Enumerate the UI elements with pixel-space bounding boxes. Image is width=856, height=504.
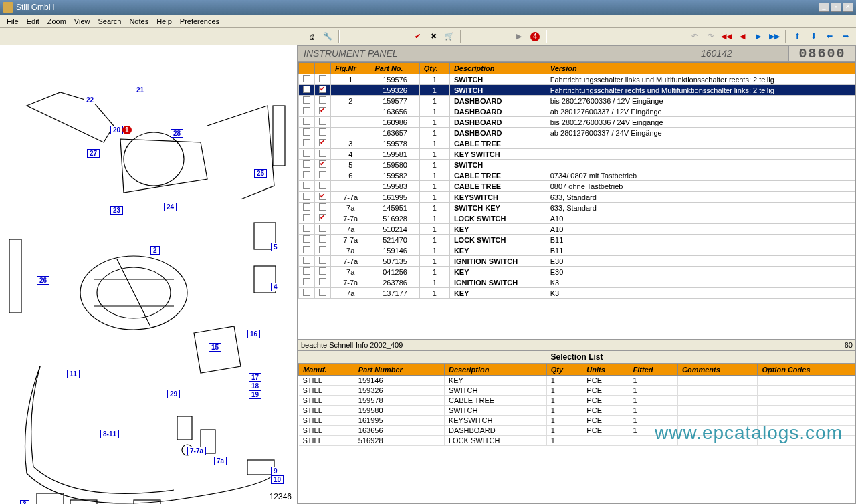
row-checkbox[interactable] bbox=[303, 246, 310, 253]
callout-4[interactable]: 4 bbox=[271, 283, 280, 291]
parts-row[interactable]: 11595761SWITCHFahrtrichtungsschalter lin… bbox=[299, 74, 855, 85]
parts-row[interactable]: 61595821CABLE TREE0734/ 0807 mit Tastbet… bbox=[299, 170, 855, 181]
menu-zoom[interactable]: Zoom bbox=[43, 16, 70, 27]
parts-row[interactable]: 1609861DASHBOARDbis 280127600336 / 24V E… bbox=[299, 117, 855, 128]
row-select-checkbox[interactable] bbox=[319, 193, 326, 200]
parts-row[interactable]: 7a1591461KEYB11 bbox=[299, 245, 855, 256]
parts-col-2[interactable]: Fig.Nr bbox=[331, 63, 370, 74]
tool-icon[interactable]: 🔧 bbox=[320, 29, 335, 44]
sel-row[interactable]: STILL159326SWITCH1PCE1 bbox=[299, 386, 855, 396]
callout-7-7a[interactable]: 7-7a bbox=[187, 447, 206, 455]
up-icon[interactable]: ⬆ bbox=[790, 29, 805, 44]
sel-col-5[interactable]: Fitted bbox=[629, 364, 677, 376]
sel-row[interactable]: STILL516928LOCK SWITCH1 bbox=[299, 436, 855, 446]
right-icon[interactable]: ➡ bbox=[838, 29, 853, 44]
callout-8-11[interactable]: 8-11 bbox=[100, 430, 119, 438]
parts-row[interactable]: 7a0412561KEYE30 bbox=[299, 267, 855, 277]
row-checkbox[interactable] bbox=[303, 118, 310, 125]
parts-row[interactable]: 41595811KEY SWITCH bbox=[299, 149, 855, 160]
row-select-checkbox[interactable] bbox=[319, 139, 326, 146]
row-checkbox[interactable] bbox=[303, 182, 310, 189]
menu-preferences[interactable]: Preferences bbox=[176, 16, 223, 27]
callout-7a[interactable]: 7a bbox=[214, 457, 227, 465]
menu-help[interactable]: Help bbox=[152, 16, 176, 27]
parts-row[interactable]: 7-7a5169281LOCK SWITCHA10 bbox=[299, 213, 855, 224]
row-checkbox[interactable] bbox=[303, 289, 310, 296]
callout-23[interactable]: 23 bbox=[110, 206, 123, 215]
print-icon[interactable]: 🖨 bbox=[304, 29, 319, 44]
row-checkbox[interactable] bbox=[303, 150, 310, 157]
callout-10[interactable]: 10 bbox=[271, 475, 284, 484]
sel-col-3[interactable]: Qty bbox=[546, 364, 582, 376]
check-red-icon[interactable]: ✔ bbox=[410, 29, 425, 44]
row-checkbox[interactable] bbox=[303, 128, 310, 136]
row-checkbox[interactable] bbox=[303, 96, 310, 104]
row-checkbox[interactable] bbox=[303, 160, 310, 168]
minimize-button[interactable]: _ bbox=[819, 3, 829, 12]
parts-col-5[interactable]: Description bbox=[449, 63, 546, 74]
parts-col-0[interactable] bbox=[299, 63, 315, 74]
row-select-checkbox[interactable] bbox=[319, 128, 326, 136]
parts-row[interactable]: 31595781CABLE TREE bbox=[299, 138, 855, 149]
row-select-checkbox[interactable] bbox=[319, 86, 326, 93]
play-icon[interactable]: ▶ bbox=[512, 29, 526, 44]
diagram-panel[interactable]: 12346 2122201282725232454261615211291718… bbox=[0, 45, 298, 504]
row-checkbox[interactable] bbox=[303, 257, 310, 264]
row-select-checkbox[interactable] bbox=[319, 246, 326, 253]
row-select-checkbox[interactable] bbox=[319, 225, 326, 232]
row-select-checkbox[interactable] bbox=[319, 107, 326, 114]
menu-edit[interactable]: Edit bbox=[23, 16, 43, 27]
parts-row[interactable]: 7-7a2637861IGNITION SWITCHK3 bbox=[299, 277, 855, 288]
menu-search[interactable]: Search bbox=[94, 16, 126, 27]
row-checkbox[interactable] bbox=[303, 86, 310, 93]
menu-file[interactable]: File bbox=[3, 16, 23, 27]
row-select-checkbox[interactable] bbox=[319, 278, 326, 285]
row-checkbox[interactable] bbox=[303, 107, 310, 114]
row-checkbox[interactable] bbox=[303, 139, 310, 146]
row-select-checkbox[interactable] bbox=[319, 171, 326, 178]
sel-col-7[interactable]: Option Codes bbox=[758, 364, 855, 376]
callout-25[interactable]: 25 bbox=[254, 169, 267, 178]
row-checkbox[interactable] bbox=[303, 278, 310, 285]
parts-row[interactable]: 51595801SWITCH bbox=[299, 160, 855, 170]
row-checkbox[interactable] bbox=[303, 225, 310, 232]
callout-29[interactable]: 29 bbox=[167, 390, 180, 398]
parts-row[interactable]: 21595771DASHBOARDbis 280127600336 / 12V … bbox=[299, 96, 855, 106]
row-checkbox[interactable] bbox=[303, 193, 310, 200]
rotate-right-icon[interactable]: ↷ bbox=[703, 29, 718, 44]
parts-row[interactable]: 7-7a5071351IGNITION SWITCHE30 bbox=[299, 256, 855, 267]
sel-col-4[interactable]: Units bbox=[582, 364, 629, 376]
row-select-checkbox[interactable] bbox=[319, 118, 326, 125]
row-checkbox[interactable] bbox=[303, 267, 310, 275]
close-button[interactable]: ✕ bbox=[843, 3, 853, 12]
parts-row[interactable]: 1636571DASHBOARDab 280127600337 / 24V Ei… bbox=[299, 128, 855, 138]
parts-row[interactable]: 7a1371771KEYK3 bbox=[299, 288, 855, 299]
row-select-checkbox[interactable] bbox=[319, 235, 326, 243]
callout-24[interactable]: 24 bbox=[164, 203, 177, 211]
sel-row[interactable]: STILL159578CABLE TREE1PCE1 bbox=[299, 396, 855, 406]
row-checkbox[interactable] bbox=[303, 235, 310, 243]
row-select-checkbox[interactable] bbox=[319, 203, 326, 211]
row-select-checkbox[interactable] bbox=[319, 182, 326, 189]
sel-col-0[interactable]: Manuf. bbox=[299, 364, 354, 376]
callout-18[interactable]: 18 bbox=[249, 382, 261, 390]
callout-26[interactable]: 26 bbox=[37, 276, 49, 285]
left-icon[interactable]: ⬅ bbox=[822, 29, 837, 44]
callout-20[interactable]: 20 bbox=[110, 126, 123, 134]
row-checkbox[interactable] bbox=[303, 75, 310, 82]
menu-notes[interactable]: Notes bbox=[125, 16, 152, 27]
parts-col-4[interactable]: Qty. bbox=[419, 63, 449, 74]
row-select-checkbox[interactable] bbox=[319, 150, 326, 157]
callout-27[interactable]: 27 bbox=[87, 149, 100, 158]
row-checkbox[interactable] bbox=[303, 214, 310, 221]
row-select-checkbox[interactable] bbox=[319, 96, 326, 104]
last-icon[interactable]: ▶▶ bbox=[767, 29, 782, 44]
selection-list-table[interactable]: Manuf.Part NumberDescriptionQtyUnitsFitt… bbox=[298, 363, 856, 504]
down-icon[interactable]: ⬇ bbox=[806, 29, 821, 44]
sel-row[interactable]: STILL159146KEY1PCE1 bbox=[299, 376, 855, 386]
parts-col-3[interactable]: Part No. bbox=[370, 63, 419, 74]
cart-icon[interactable]: 🛒 bbox=[442, 29, 457, 44]
callout-2[interactable]: 2 bbox=[150, 246, 160, 255]
parts-row[interactable]: 7a1459511SWITCH KEY633, Standard bbox=[299, 203, 855, 213]
callout-19[interactable]: 19 bbox=[249, 390, 261, 399]
